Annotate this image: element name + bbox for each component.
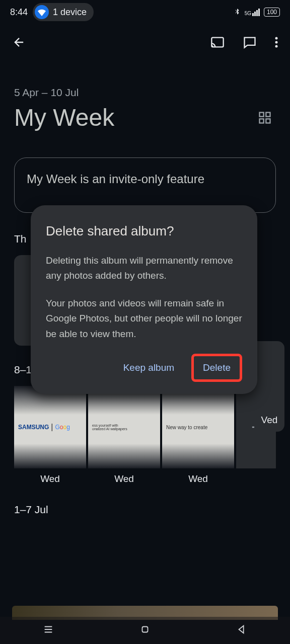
day-label: Wed [14,473,86,485]
list-item[interactable]: SAMSUNG | Goog Wed [14,386,86,485]
svg-point-2 [275,41,278,44]
dialog-text: Deleting this album will permanently rem… [46,253,242,284]
network-icon: 5G [245,9,260,16]
cast-icon[interactable] [210,35,225,49]
message-icon[interactable] [243,35,257,49]
device-count: 1 device [53,7,87,18]
page-title: My Week [14,104,114,131]
dialog-title: Delete shared album? [46,223,242,239]
invite-text: My Week is an invite-only feature [27,172,204,186]
photo-slot-partial[interactable]: Ved [254,341,284,432]
highlight-annotation: Delete [191,354,242,382]
svg-point-1 [275,37,278,40]
wifi-icon [35,5,49,19]
keep-album-button[interactable]: Keep album [116,356,181,379]
date-range: 5 Apr – 10 Jul [14,87,276,99]
status-bar: 8:44 1 device 5G 100 [0,0,290,24]
nav-recent-icon[interactable] [43,624,54,637]
section-1-7: 1–7 Jul [14,504,276,516]
invite-card: My Week is an invite-only feature [14,157,276,213]
nav-home-icon[interactable] [139,624,151,637]
list-item[interactable]: New way to create Wed [162,386,234,485]
device-pill[interactable]: 1 device [33,3,94,21]
svg-rect-7 [266,119,270,123]
more-icon[interactable] [275,36,278,48]
dialog-text: Your photos and videos will remain safe … [46,296,242,342]
grid-view-icon[interactable] [258,111,272,125]
nav-bar [0,617,290,644]
bluetooth-icon [234,7,241,18]
svg-rect-8 [142,627,148,632]
svg-point-3 [275,45,278,48]
list-item[interactable]: ess yourself with onalized AI wallpapers… [88,386,160,485]
delete-dialog: Delete shared album? Deleting this album… [31,205,257,394]
battery-indicator: 100 [264,8,280,17]
day-label: Wed [88,473,160,485]
back-icon[interactable] [12,35,26,49]
app-bar [0,24,290,60]
svg-rect-4 [260,112,264,116]
svg-rect-5 [266,112,270,116]
clock: 8:44 [10,7,28,18]
delete-button[interactable]: Delete [203,362,231,373]
svg-rect-0 [211,38,223,47]
svg-rect-6 [260,119,264,123]
nav-back-icon[interactable] [236,624,247,637]
day-label: Wed [162,473,234,485]
